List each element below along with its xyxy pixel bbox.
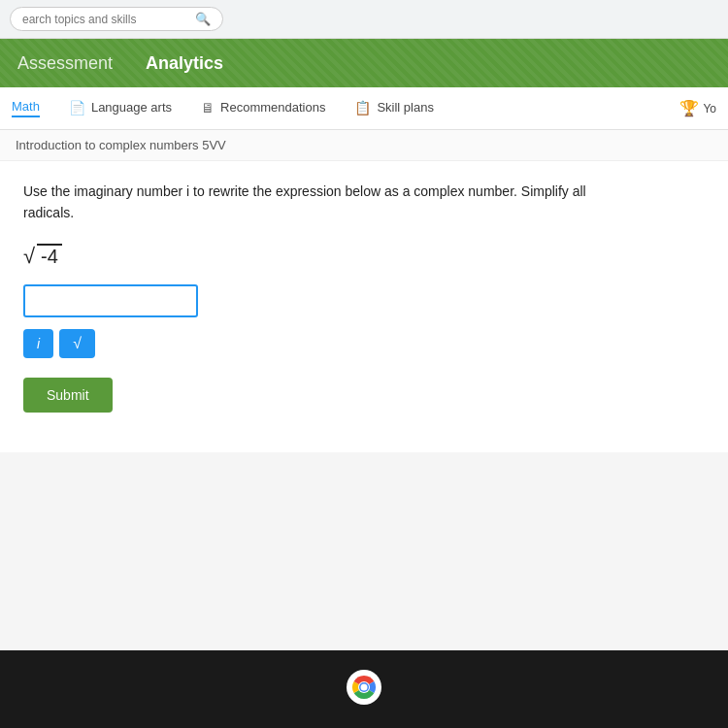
submit-button[interactable]: Submit [23, 378, 113, 413]
trophy-label: Yo [703, 102, 716, 116]
header-bar: Assessment Analytics [0, 39, 728, 87]
breadcrumb: Introduction to complex numbers 5VV [0, 130, 728, 161]
tab-assessment[interactable]: Assessment [16, 50, 115, 78]
sqrt-symbol: √ [23, 244, 35, 269]
trophy-icon: 🏆 [679, 99, 699, 117]
taskbar [0, 650, 728, 728]
svg-point-3 [361, 684, 368, 691]
language-arts-label: Language arts [91, 100, 172, 115]
answer-input-wrapper [23, 284, 705, 317]
sqrt-radicand: -4 [37, 244, 62, 268]
sidebar-item-recommendations[interactable]: 🖥 Recommendations [201, 100, 325, 117]
sidebar-item-skill-plans[interactable]: 📋 Skill plans [354, 100, 434, 117]
math-label: Math [12, 99, 40, 114]
problem-instruction: Use the imaginary number i to rewrite th… [23, 181, 586, 224]
sidebar-item-math[interactable]: Math [12, 99, 40, 117]
recommendations-icon: 🖥 [201, 100, 215, 116]
sqrt-button[interactable]: √ [59, 329, 95, 358]
search-input[interactable] [22, 13, 189, 26]
sqrt-expression: √ -4 [23, 244, 62, 269]
chrome-icon[interactable] [347, 670, 381, 709]
breadcrumb-text: Introduction to complex numbers 5VV [16, 138, 226, 152]
browser-chrome: 🔍 [0, 0, 728, 39]
subject-nav: Math 📄 Language arts 🖥 Recommendations 📋… [0, 87, 728, 130]
sidebar-item-language-arts[interactable]: 📄 Language arts [69, 100, 172, 117]
content-area: Use the imaginary number i to rewrite th… [0, 161, 728, 452]
skill-plans-label: Skill plans [377, 100, 434, 115]
search-bar[interactable]: 🔍 [10, 7, 223, 31]
answer-input[interactable] [23, 284, 198, 317]
language-arts-icon: 📄 [69, 100, 85, 116]
search-icon: 🔍 [195, 12, 211, 26]
recommendations-label: Recommendations [220, 100, 325, 115]
skill-plans-icon: 📋 [354, 100, 371, 116]
math-buttons: i √ [23, 329, 705, 358]
tab-analytics[interactable]: Analytics [144, 50, 225, 78]
trophy-area: 🏆 Yo [679, 99, 716, 117]
i-button[interactable]: i [23, 329, 53, 358]
app-container: Assessment Analytics Math 📄 Language art… [0, 39, 728, 650]
math-expression: √ -4 [23, 244, 705, 269]
